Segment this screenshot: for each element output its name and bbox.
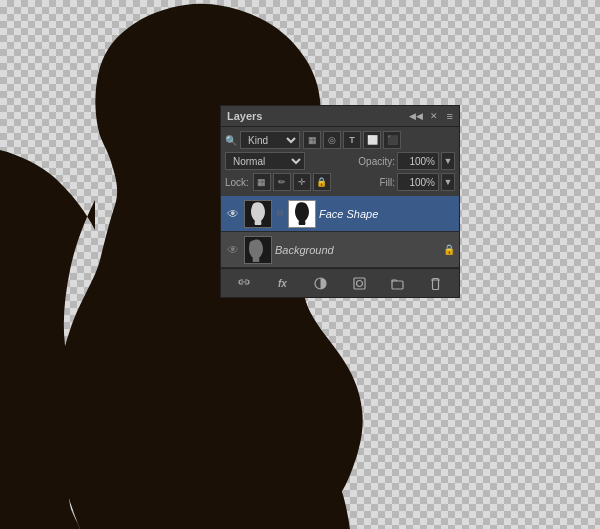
layers-list: 👁 ⛓ Face Shape xyxy=(221,196,459,268)
new-group-button[interactable] xyxy=(387,273,407,293)
lock-icons: ▦ ✏ ✛ 🔒 xyxy=(253,173,331,191)
panel-title: Layers xyxy=(227,110,262,122)
opacity-label: Opacity: xyxy=(358,156,395,167)
shape-icon[interactable]: ⬜ xyxy=(363,131,381,149)
mask-button[interactable] xyxy=(349,273,369,293)
panel-collapse-icons: ◀◀ ✕ ≡ xyxy=(409,110,453,122)
layer-lock-icon: 🔒 xyxy=(443,244,455,255)
blend-mode-select[interactable]: Normal xyxy=(225,152,305,170)
search-icon-label: 🔍 xyxy=(225,135,237,146)
eye-icon[interactable]: 👁 xyxy=(225,206,241,222)
fx-button[interactable]: fx xyxy=(272,273,292,293)
kind-icons: ▦ ◎ T ⬜ ⬛ xyxy=(303,131,401,149)
lock-position-icon[interactable]: ✛ xyxy=(293,173,311,191)
layer-thumbnail-face xyxy=(244,200,272,228)
svg-rect-6 xyxy=(392,281,403,289)
layer-mask-thumbnail-face xyxy=(288,200,316,228)
lock-row: Lock: ▦ ✏ ✛ 🔒 Fill: 100% ▼ xyxy=(225,173,455,191)
layer-row[interactable]: 👁 Background 🔒 xyxy=(221,232,459,268)
blend-row: Normal Opacity: 100% ▼ xyxy=(225,152,455,170)
new-fill-button[interactable] xyxy=(311,273,331,293)
opacity-value[interactable]: 100% xyxy=(397,152,439,170)
type-icon[interactable]: T xyxy=(343,131,361,149)
kind-row: 🔍 Kind ▦ ◎ T ⬜ ⬛ xyxy=(225,131,455,149)
panel-header: Layers ◀◀ ✕ ≡ xyxy=(221,106,459,127)
menu-icon[interactable]: ≡ xyxy=(447,110,453,122)
opacity-group: Opacity: 100% ▼ xyxy=(358,152,455,170)
fill-value[interactable]: 100% xyxy=(397,173,439,191)
fill-group: Fill: 100% ▼ xyxy=(379,173,455,191)
close-icon[interactable]: ✕ xyxy=(430,111,438,121)
lock-all-icon[interactable]: 🔒 xyxy=(313,173,331,191)
kind-select[interactable]: Kind xyxy=(240,131,300,149)
fill-dropdown[interactable]: ▼ xyxy=(441,173,455,191)
layer-row[interactable]: 👁 ⛓ Face Shape xyxy=(221,196,459,232)
lock-paint-icon[interactable]: ✏ xyxy=(273,173,291,191)
collapse-icon[interactable]: ◀◀ xyxy=(409,111,423,121)
panel-controls: 🔍 Kind ▦ ◎ T ⬜ ⬛ Normal Opacity: xyxy=(221,127,459,196)
canvas: Layers ◀◀ ✕ ≡ 🔍 Kind ▦ ◎ T ⬜ ⬛ xyxy=(0,0,600,529)
layer-name-bg: Background xyxy=(275,244,440,256)
panel-bottom: fx xyxy=(221,268,459,297)
delete-layer-button[interactable] xyxy=(426,273,446,293)
layers-panel: Layers ◀◀ ✕ ≡ 🔍 Kind ▦ ◎ T ⬜ ⬛ xyxy=(220,105,460,298)
link-layers-button[interactable] xyxy=(234,273,254,293)
svg-rect-4 xyxy=(354,278,365,289)
layer-link-icon: ⛓ xyxy=(275,209,285,218)
fill-label: Fill: xyxy=(379,177,395,188)
svg-point-5 xyxy=(356,280,362,286)
lock-pixel-icon[interactable]: ▦ xyxy=(253,173,271,191)
smartobj-icon[interactable]: ⬛ xyxy=(383,131,401,149)
layer-thumbnail-bg xyxy=(244,236,272,264)
lock-label: Lock: xyxy=(225,177,249,188)
adjustment-filter-icon[interactable]: ◎ xyxy=(323,131,341,149)
opacity-dropdown[interactable]: ▼ xyxy=(441,152,455,170)
pixel-icon[interactable]: ▦ xyxy=(303,131,321,149)
layer-name-face: Face Shape xyxy=(319,208,455,220)
eye-icon[interactable]: 👁 xyxy=(225,242,241,258)
